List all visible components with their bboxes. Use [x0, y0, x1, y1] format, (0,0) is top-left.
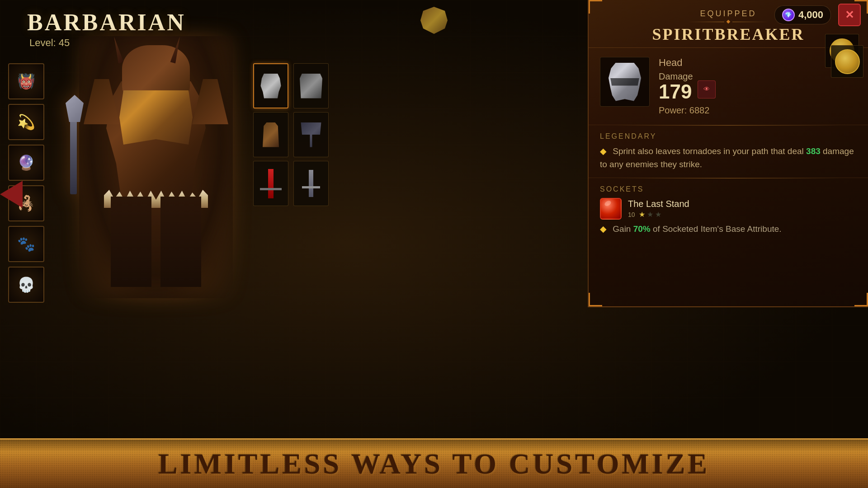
currency-amount: 4,000 — [798, 9, 823, 21]
bottom-banner: LIMITLESS WAYS TO CUSTOMIZE — [0, 438, 868, 488]
star-3: ★ — [655, 210, 661, 219]
legendary-description: ◆ Sprint also leaves tornadoes in your p… — [600, 145, 857, 171]
socket-stars: 10 ★ ★ ★ — [628, 210, 857, 219]
socket-bonus-suffix: of Socketed Item's Base Attribute. — [653, 224, 782, 234]
socket-level: 10 — [628, 211, 635, 218]
socket-item: The Last Stand 10 ★ ★ ★ — [600, 198, 857, 220]
socket-bonus-pct: 70% — [633, 224, 651, 234]
equipment-slot-feet[interactable]: 🐾 — [8, 226, 44, 262]
ring2-icon: 💫 — [17, 113, 35, 131]
pants-icon — [300, 122, 322, 147]
close-button[interactable]: ✕ — [838, 4, 861, 26]
socket-gem-name: The Last Stand — [628, 199, 857, 209]
gem-icon: 💎 — [782, 9, 795, 21]
socket-info: The Last Stand 10 ★ ★ ★ — [628, 199, 857, 219]
panel-corner-br — [854, 293, 868, 306]
helmet-detail-icon — [607, 63, 643, 101]
left-panel: BARBARIAN Level: 45 👹 💫 🔮 🦂 🐾 💀 — [0, 0, 353, 316]
right-decoration-slots — [831, 45, 863, 78]
armor-icon — [300, 74, 322, 99]
character-figure — [54, 27, 258, 307]
currency-display: 💎 4,000 — [774, 5, 831, 24]
equipment-slot-armor[interactable] — [293, 63, 329, 108]
item-power: Power: 6882 — [659, 105, 857, 116]
ring3-icon: 🔮 — [17, 154, 35, 171]
ring1-icon: 👹 — [17, 73, 35, 90]
legendary-section: LEGENDARY ◆ Sprint also leaves tornadoes… — [589, 126, 868, 178]
legendary-text-prefix: Sprint also leaves tornadoes in your pat… — [613, 146, 806, 156]
equipment-slot-weapon1[interactable] — [253, 161, 288, 206]
legendary-damage-value: 383 — [806, 146, 821, 156]
diamond-icon: ◆ — [600, 146, 607, 156]
socket-bonus-prefix: Gain — [613, 224, 633, 234]
misc-icon: 💀 — [17, 276, 35, 293]
banner-text: LIMITLESS WAYS TO CUSTOMIZE — [158, 447, 710, 481]
gloves-icon — [261, 122, 281, 147]
star-2: ★ — [647, 210, 653, 219]
top-bar: 💎 4,000 ✕ — [767, 0, 868, 30]
feet-icon: 🐾 — [17, 235, 35, 253]
equipment-slot-gloves[interactable] — [253, 112, 288, 157]
socket-bonus: ◆ Gain 70% of Socketed Item's Base Attri… — [600, 223, 857, 235]
diamond-icon-2: ◆ — [600, 224, 607, 234]
equipment-slot-ring3[interactable]: 🔮 — [8, 145, 44, 181]
equipment-center-grid — [253, 63, 330, 206]
item-image — [600, 57, 650, 107]
panel-corner-tl — [589, 0, 602, 14]
legendary-label: LEGENDARY — [600, 132, 857, 141]
compare-button[interactable]: 👁 — [698, 80, 716, 99]
panel-corner-bl — [589, 293, 602, 306]
equipment-slot-weapon2[interactable] — [293, 161, 329, 206]
close-icon: ✕ — [845, 9, 854, 21]
equipment-slot-ring1[interactable]: 👹 — [8, 63, 44, 99]
gold-face-icon — [835, 49, 860, 74]
equipment-slots-left: 👹 💫 🔮 🦂 🐾 💀 — [8, 63, 44, 303]
item-detail-panel: EQUIPPED SPIRITBREAKER Head Damage 179 — [588, 0, 868, 307]
deco-slot-face[interactable] — [831, 45, 863, 78]
barb-chest-plate — [115, 90, 197, 145]
helmet-icon — [259, 74, 282, 99]
equipment-slot-pants[interactable] — [293, 112, 329, 157]
equipment-slot-misc[interactable]: 💀 — [8, 267, 44, 303]
equipment-slot-ring2[interactable]: 💫 — [8, 104, 44, 140]
compare-icon: 👁 — [703, 86, 710, 93]
sockets-label: SOCKETS — [600, 185, 857, 193]
socket-gem-icon — [600, 198, 622, 220]
star-1: ★ — [639, 210, 645, 219]
sockets-section: SOCKETS The Last Stand 10 ★ ★ ★ ◆ Gain 7… — [589, 178, 868, 242]
barbarian-model — [79, 36, 233, 298]
damage-value: 179 — [659, 82, 693, 102]
equipment-slot-helmet[interactable] — [253, 63, 288, 108]
